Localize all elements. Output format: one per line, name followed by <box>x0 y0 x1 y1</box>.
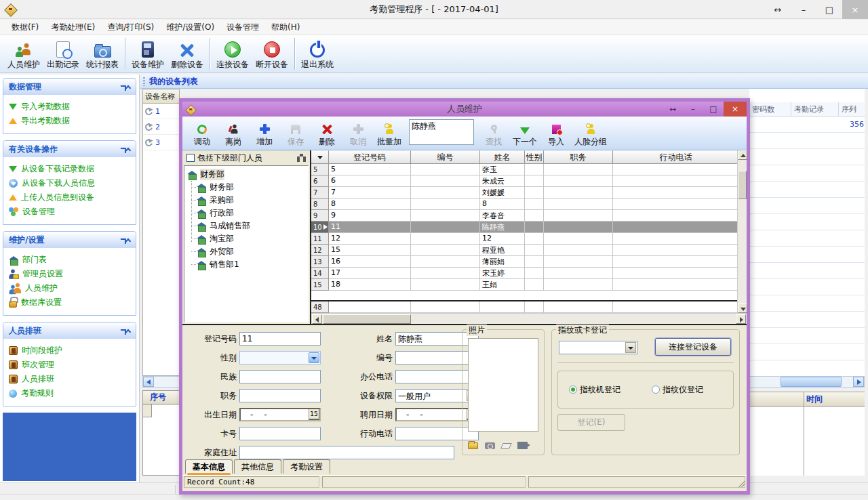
delete-button[interactable]: 删除 <box>311 117 342 150</box>
grid-row[interactable]: 1417宋玉婷 <box>311 268 747 279</box>
menu-help[interactable]: 帮助(H) <box>265 20 306 35</box>
scroll-right-button[interactable] <box>736 314 746 324</box>
minimize-button[interactable]: – <box>791 0 816 19</box>
sidebar-item-attendance-rules[interactable]: 考勤规则 <box>9 386 132 400</box>
dialog-resize-button[interactable]: ↔ <box>663 102 683 117</box>
sidebar-item-timezone-maintain[interactable]: 时间段维护 <box>9 343 132 358</box>
ethnic-input[interactable] <box>239 370 321 383</box>
device-row[interactable]: 1 <box>143 104 179 119</box>
next-button[interactable]: 下一个 <box>509 117 540 150</box>
device-list-tabstrip[interactable]: 我的设备列表 <box>140 75 868 89</box>
face-group-button[interactable]: 人脸分组 <box>572 117 610 150</box>
grid-row[interactable]: 1316薄丽娟 <box>311 256 747 268</box>
device-row[interactable]: 3 <box>143 135 179 150</box>
scroll-up-button[interactable] <box>738 150 747 160</box>
scroll-right-button[interactable] <box>853 377 864 387</box>
dialog-maximize-button[interactable]: □ <box>703 102 724 117</box>
statistics-button[interactable]: 统计报表 <box>83 35 122 72</box>
tree-node[interactable]: 销售部1 <box>197 258 308 271</box>
scroll-thumb[interactable] <box>323 314 411 324</box>
search-input[interactable] <box>409 119 474 145</box>
grid-row[interactable]: 55张玉 <box>311 164 747 175</box>
device-row[interactable]: 2 <box>143 119 179 135</box>
scroll-left-button[interactable] <box>312 314 322 324</box>
device-combo[interactable] <box>559 341 637 354</box>
sidebar-item-admin-settings[interactable]: 管理员设置 <box>9 267 132 281</box>
include-sub-depts-checkbox[interactable] <box>186 154 195 162</box>
sidebar-item-import-data[interactable]: 导入考勤数据 <box>9 100 132 114</box>
scroll-thumb[interactable] <box>738 171 747 199</box>
sidebar-item-shift-management[interactable]: 班次管理 <box>9 358 132 372</box>
menu-maintain[interactable]: 维护/设置(O) <box>160 20 220 35</box>
sidebar-item-upload-personnel[interactable]: 上传人员信息到设备 <box>9 190 132 205</box>
dialog-close-button[interactable]: × <box>724 102 747 117</box>
sidebar-item-download-personnel[interactable]: 从设备下载人员信息 <box>9 176 132 190</box>
fingerprint-reader-radio[interactable]: 指纹仪登记 <box>652 384 703 396</box>
tab-other-info[interactable]: 其他信息 <box>234 459 281 474</box>
grid-row[interactable]: 66朱成云 <box>311 175 747 187</box>
card-number-input[interactable] <box>239 427 321 440</box>
grid-row[interactable]: 1518王娟 <box>311 279 747 291</box>
grid-row[interactable]: 111212 <box>311 233 747 245</box>
menu-query-print[interactable]: 查询/打印(S) <box>101 20 160 35</box>
col-position[interactable]: 职务 <box>544 150 613 164</box>
exit-button[interactable]: 退出系统 <box>298 35 337 72</box>
section-header[interactable]: 有关设备操作 <box>3 141 136 157</box>
connect-register-device-button[interactable]: 连接登记设备 <box>655 338 731 356</box>
registration-input[interactable] <box>239 332 321 346</box>
tree-node[interactable]: 马成销售部 <box>197 220 308 232</box>
section-header[interactable]: 数据管理 <box>3 79 136 95</box>
add-button[interactable]: 增加 <box>249 117 280 150</box>
connect-device-button[interactable]: 连接设备 <box>213 35 252 72</box>
tree-node[interactable]: 行政部 <box>197 207 308 220</box>
sidebar-item-export-data[interactable]: 导出考勤数据 <box>9 114 132 128</box>
grid-row-selected[interactable]: 1011陈静燕 <box>311 222 747 233</box>
fingerprint-machine-radio[interactable]: 指纹机登记 <box>569 384 620 396</box>
camera-icon[interactable] <box>485 442 495 449</box>
grid-row[interactable]: 888 <box>311 199 747 210</box>
leave-post-button[interactable]: 离岗 <box>218 117 249 150</box>
scroll-thumb[interactable] <box>781 377 842 387</box>
address-input[interactable] <box>239 446 454 459</box>
sidebar-item-download-records[interactable]: 从设备下载记录数据 <box>9 162 132 176</box>
tab-my-device-list[interactable]: 我的设备列表 <box>149 76 198 87</box>
cancel-button[interactable]: 取消 <box>342 117 374 150</box>
import-button[interactable]: 导入 <box>540 117 572 150</box>
tree-node-root[interactable]: 财务部 <box>187 168 308 181</box>
tab-basic-info[interactable]: 基本信息 <box>185 459 233 474</box>
col-registration-number[interactable]: 登记号码 <box>329 150 411 164</box>
capture-icon[interactable] <box>517 442 528 449</box>
grid-corner-dropdown[interactable] <box>311 150 329 164</box>
scroll-left-button[interactable] <box>143 377 154 387</box>
sidebar-item-department-table[interactable]: 部门表 <box>9 253 132 267</box>
sidebar-item-database-settings[interactable]: 数据库设置 <box>9 295 132 310</box>
grid-row[interactable]: 99李春音 <box>311 210 747 222</box>
tab-attendance-settings[interactable]: 考勤设置 <box>283 459 330 474</box>
grid-row[interactable]: 77刘媛媛 <box>311 187 747 199</box>
sidebar-item-personnel-scheduling[interactable]: 人员排班 <box>9 372 132 386</box>
col-gender[interactable]: 性别 <box>525 150 544 164</box>
open-photo-icon[interactable] <box>468 442 478 449</box>
tree-node[interactable]: 外贸部 <box>197 245 308 258</box>
calendar-button[interactable]: 15 <box>309 409 319 420</box>
tree-node[interactable]: 财务部 <box>197 181 308 194</box>
section-header[interactable]: 人员排班 <box>3 322 136 339</box>
gender-combo[interactable] <box>239 351 321 364</box>
close-button[interactable]: × <box>842 0 868 19</box>
resize-button[interactable]: ↔ <box>765 0 791 19</box>
position-input[interactable] <box>239 389 321 402</box>
resize-grip[interactable] <box>738 480 745 487</box>
grid-hscrollbar[interactable] <box>311 313 747 324</box>
grid-vscrollbar[interactable] <box>737 150 747 313</box>
menu-device[interactable]: 设备管理 <box>220 20 265 35</box>
sidebar-item-device-management[interactable]: 设备管理 <box>9 205 132 219</box>
disconnect-device-button[interactable]: 断开设备 <box>252 35 292 72</box>
sidebar-item-personnel-maintain[interactable]: 人员维护 <box>9 281 132 295</box>
erase-photo-icon[interactable] <box>500 443 512 449</box>
device-maintain-button[interactable]: 设备维护 <box>128 35 167 72</box>
delete-device-button[interactable]: 删除设备 <box>167 35 207 72</box>
section-header[interactable]: 维护/设置 <box>3 232 136 248</box>
personnel-button[interactable]: 人员维护 <box>4 35 43 72</box>
col-mobile[interactable]: 行动电话 <box>613 150 738 164</box>
save-button[interactable]: 保存 <box>280 117 311 150</box>
